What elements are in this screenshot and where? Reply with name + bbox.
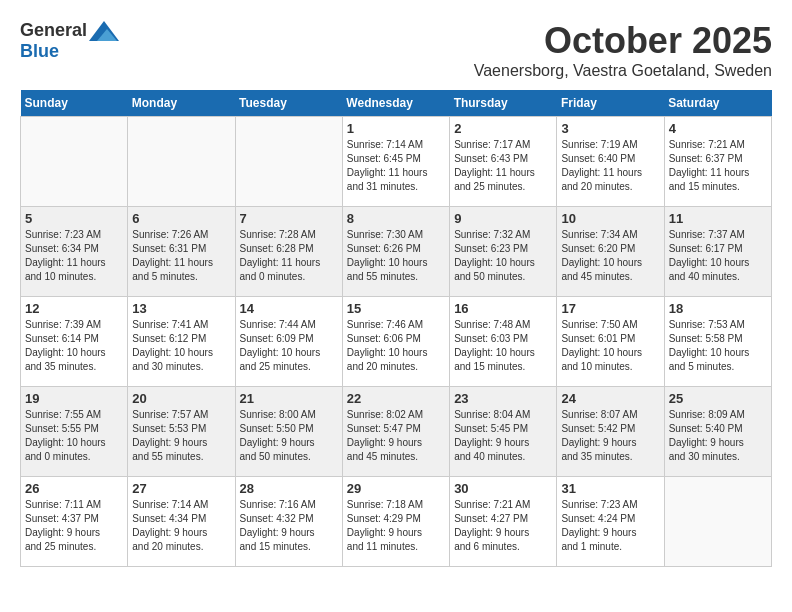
calendar-cell: 22Sunrise: 8:02 AM Sunset: 5:47 PM Dayli… (342, 387, 449, 477)
day-number: 22 (347, 391, 445, 406)
weekday-header-wednesday: Wednesday (342, 90, 449, 117)
calendar-cell: 7Sunrise: 7:28 AM Sunset: 6:28 PM Daylig… (235, 207, 342, 297)
day-info: Sunrise: 7:48 AM Sunset: 6:03 PM Dayligh… (454, 318, 552, 374)
calendar-cell: 27Sunrise: 7:14 AM Sunset: 4:34 PM Dayli… (128, 477, 235, 567)
calendar-cell: 31Sunrise: 7:23 AM Sunset: 4:24 PM Dayli… (557, 477, 664, 567)
calendar-week-row: 12Sunrise: 7:39 AM Sunset: 6:14 PM Dayli… (21, 297, 772, 387)
calendar-cell: 25Sunrise: 8:09 AM Sunset: 5:40 PM Dayli… (664, 387, 771, 477)
day-number: 9 (454, 211, 552, 226)
calendar-cell: 15Sunrise: 7:46 AM Sunset: 6:06 PM Dayli… (342, 297, 449, 387)
day-info: Sunrise: 8:07 AM Sunset: 5:42 PM Dayligh… (561, 408, 659, 464)
weekday-header-tuesday: Tuesday (235, 90, 342, 117)
weekday-header-friday: Friday (557, 90, 664, 117)
day-info: Sunrise: 7:55 AM Sunset: 5:55 PM Dayligh… (25, 408, 123, 464)
day-number: 25 (669, 391, 767, 406)
day-info: Sunrise: 7:44 AM Sunset: 6:09 PM Dayligh… (240, 318, 338, 374)
day-info: Sunrise: 7:26 AM Sunset: 6:31 PM Dayligh… (132, 228, 230, 284)
calendar-cell: 9Sunrise: 7:32 AM Sunset: 6:23 PM Daylig… (450, 207, 557, 297)
day-number: 28 (240, 481, 338, 496)
day-info: Sunrise: 7:16 AM Sunset: 4:32 PM Dayligh… (240, 498, 338, 554)
calendar-cell: 12Sunrise: 7:39 AM Sunset: 6:14 PM Dayli… (21, 297, 128, 387)
day-number: 29 (347, 481, 445, 496)
day-number: 2 (454, 121, 552, 136)
day-info: Sunrise: 7:50 AM Sunset: 6:01 PM Dayligh… (561, 318, 659, 374)
day-info: Sunrise: 7:41 AM Sunset: 6:12 PM Dayligh… (132, 318, 230, 374)
day-number: 24 (561, 391, 659, 406)
calendar-cell: 19Sunrise: 7:55 AM Sunset: 5:55 PM Dayli… (21, 387, 128, 477)
day-number: 26 (25, 481, 123, 496)
day-info: Sunrise: 7:37 AM Sunset: 6:17 PM Dayligh… (669, 228, 767, 284)
day-number: 16 (454, 301, 552, 316)
title-section: October 2025 Vaenersborg, Vaestra Goetal… (474, 20, 772, 80)
calendar-cell: 6Sunrise: 7:26 AM Sunset: 6:31 PM Daylig… (128, 207, 235, 297)
day-info: Sunrise: 7:46 AM Sunset: 6:06 PM Dayligh… (347, 318, 445, 374)
calendar-cell: 8Sunrise: 7:30 AM Sunset: 6:26 PM Daylig… (342, 207, 449, 297)
calendar-cell: 21Sunrise: 8:00 AM Sunset: 5:50 PM Dayli… (235, 387, 342, 477)
calendar-cell: 1Sunrise: 7:14 AM Sunset: 6:45 PM Daylig… (342, 117, 449, 207)
calendar-cell: 20Sunrise: 7:57 AM Sunset: 5:53 PM Dayli… (128, 387, 235, 477)
day-number: 8 (347, 211, 445, 226)
calendar-week-row: 26Sunrise: 7:11 AM Sunset: 4:37 PM Dayli… (21, 477, 772, 567)
day-info: Sunrise: 7:23 AM Sunset: 6:34 PM Dayligh… (25, 228, 123, 284)
day-number: 7 (240, 211, 338, 226)
calendar-cell: 2Sunrise: 7:17 AM Sunset: 6:43 PM Daylig… (450, 117, 557, 207)
day-info: Sunrise: 7:23 AM Sunset: 4:24 PM Dayligh… (561, 498, 659, 554)
day-number: 6 (132, 211, 230, 226)
day-number: 14 (240, 301, 338, 316)
weekday-header-monday: Monday (128, 90, 235, 117)
weekday-header-row: SundayMondayTuesdayWednesdayThursdayFrid… (21, 90, 772, 117)
weekday-header-saturday: Saturday (664, 90, 771, 117)
page-header: General Blue October 2025 Vaenersborg, V… (20, 20, 772, 80)
logo: General Blue (20, 20, 119, 62)
calendar-cell: 14Sunrise: 7:44 AM Sunset: 6:09 PM Dayli… (235, 297, 342, 387)
calendar-cell (21, 117, 128, 207)
day-info: Sunrise: 7:57 AM Sunset: 5:53 PM Dayligh… (132, 408, 230, 464)
day-number: 11 (669, 211, 767, 226)
calendar-cell: 11Sunrise: 7:37 AM Sunset: 6:17 PM Dayli… (664, 207, 771, 297)
day-number: 20 (132, 391, 230, 406)
day-info: Sunrise: 7:19 AM Sunset: 6:40 PM Dayligh… (561, 138, 659, 194)
day-info: Sunrise: 7:53 AM Sunset: 5:58 PM Dayligh… (669, 318, 767, 374)
calendar-cell: 18Sunrise: 7:53 AM Sunset: 5:58 PM Dayli… (664, 297, 771, 387)
day-number: 19 (25, 391, 123, 406)
calendar-cell (128, 117, 235, 207)
day-info: Sunrise: 7:39 AM Sunset: 6:14 PM Dayligh… (25, 318, 123, 374)
calendar-week-row: 19Sunrise: 7:55 AM Sunset: 5:55 PM Dayli… (21, 387, 772, 477)
day-info: Sunrise: 7:34 AM Sunset: 6:20 PM Dayligh… (561, 228, 659, 284)
calendar-cell: 30Sunrise: 7:21 AM Sunset: 4:27 PM Dayli… (450, 477, 557, 567)
calendar-cell: 13Sunrise: 7:41 AM Sunset: 6:12 PM Dayli… (128, 297, 235, 387)
day-info: Sunrise: 7:17 AM Sunset: 6:43 PM Dayligh… (454, 138, 552, 194)
day-number: 3 (561, 121, 659, 136)
day-info: Sunrise: 7:21 AM Sunset: 4:27 PM Dayligh… (454, 498, 552, 554)
day-info: Sunrise: 8:00 AM Sunset: 5:50 PM Dayligh… (240, 408, 338, 464)
calendar-week-row: 5Sunrise: 7:23 AM Sunset: 6:34 PM Daylig… (21, 207, 772, 297)
day-info: Sunrise: 8:02 AM Sunset: 5:47 PM Dayligh… (347, 408, 445, 464)
calendar-cell (235, 117, 342, 207)
calendar-cell: 3Sunrise: 7:19 AM Sunset: 6:40 PM Daylig… (557, 117, 664, 207)
calendar-cell: 5Sunrise: 7:23 AM Sunset: 6:34 PM Daylig… (21, 207, 128, 297)
calendar-cell: 4Sunrise: 7:21 AM Sunset: 6:37 PM Daylig… (664, 117, 771, 207)
day-number: 4 (669, 121, 767, 136)
calendar-cell: 28Sunrise: 7:16 AM Sunset: 4:32 PM Dayli… (235, 477, 342, 567)
calendar-cell: 29Sunrise: 7:18 AM Sunset: 4:29 PM Dayli… (342, 477, 449, 567)
month-title: October 2025 (474, 20, 772, 62)
calendar-cell: 10Sunrise: 7:34 AM Sunset: 6:20 PM Dayli… (557, 207, 664, 297)
weekday-header-sunday: Sunday (21, 90, 128, 117)
day-number: 23 (454, 391, 552, 406)
day-info: Sunrise: 8:09 AM Sunset: 5:40 PM Dayligh… (669, 408, 767, 464)
weekday-header-thursday: Thursday (450, 90, 557, 117)
day-info: Sunrise: 7:18 AM Sunset: 4:29 PM Dayligh… (347, 498, 445, 554)
calendar-cell: 24Sunrise: 8:07 AM Sunset: 5:42 PM Dayli… (557, 387, 664, 477)
calendar-cell: 23Sunrise: 8:04 AM Sunset: 5:45 PM Dayli… (450, 387, 557, 477)
day-number: 17 (561, 301, 659, 316)
day-number: 30 (454, 481, 552, 496)
day-number: 1 (347, 121, 445, 136)
day-number: 5 (25, 211, 123, 226)
calendar-cell: 16Sunrise: 7:48 AM Sunset: 6:03 PM Dayli… (450, 297, 557, 387)
day-number: 13 (132, 301, 230, 316)
day-number: 31 (561, 481, 659, 496)
location-title: Vaenersborg, Vaestra Goetaland, Sweden (474, 62, 772, 80)
logo-icon (89, 21, 119, 41)
day-info: Sunrise: 7:21 AM Sunset: 6:37 PM Dayligh… (669, 138, 767, 194)
logo-blue: Blue (20, 41, 59, 62)
